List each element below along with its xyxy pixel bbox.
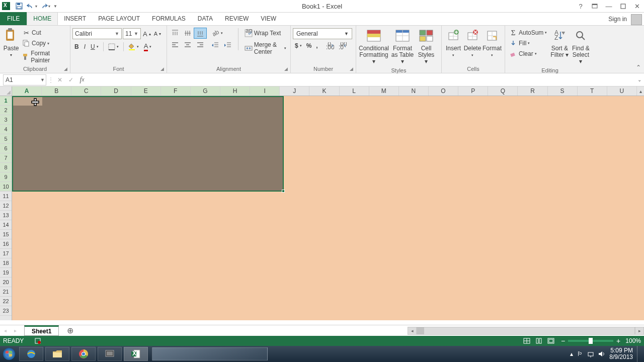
insert-function-button[interactable]: fx — [76, 74, 88, 85]
format-cells-button[interactable]: Format▾ — [482, 27, 502, 58]
minimize-button[interactable]: — — [602, 1, 616, 12]
hscroll-thumb[interactable] — [417, 327, 424, 334]
clear-button[interactable]: Clear▾ — [507, 49, 549, 59]
row-headers[interactable]: 1234567891011121314151617181920212223 — [0, 96, 12, 320]
row-header-2[interactable]: 2 — [0, 106, 12, 115]
row-header-16[interactable]: 16 — [0, 239, 12, 249]
row-header-13[interactable]: 13 — [0, 211, 12, 220]
taskbar-chrome[interactable] — [71, 347, 96, 361]
worksheet-grid[interactable]: ▴ ABCDEFGHIJKLMNOPQRSTU 1234567891011121… — [0, 86, 644, 320]
underline-button[interactable]: U▾ — [89, 42, 101, 51]
row-header-1[interactable]: 1 — [0, 96, 12, 106]
align-middle-button[interactable] — [182, 28, 194, 38]
page-break-view-button[interactable] — [545, 337, 556, 345]
select-all-corner[interactable] — [0, 86, 12, 96]
column-header-J[interactable]: J — [280, 86, 309, 96]
wrap-text-button[interactable]: abWrap Text — [243, 28, 288, 38]
percent-format-button[interactable]: % — [304, 41, 314, 50]
align-top-button[interactable] — [169, 28, 181, 38]
expand-formula-bar-button[interactable]: ⌄ — [635, 77, 644, 82]
row-header-22[interactable]: 22 — [0, 297, 12, 306]
row-header-19[interactable]: 19 — [0, 268, 12, 278]
ribbon-display-options-button[interactable] — [588, 1, 602, 12]
font-dialog-launcher[interactable]: ◢ — [159, 65, 166, 72]
zoom-level[interactable]: 100% — [625, 337, 641, 344]
column-header-K[interactable]: K — [309, 86, 339, 96]
new-sheet-button[interactable]: ⊕ — [65, 325, 75, 336]
tab-home[interactable]: HOME — [27, 12, 58, 25]
taskbar-ie[interactable] — [19, 347, 43, 361]
tab-view[interactable]: VIEW — [255, 12, 282, 25]
row-header-11[interactable]: 11 — [0, 192, 12, 201]
align-bottom-button[interactable] — [194, 28, 206, 38]
column-header-E[interactable]: E — [131, 86, 161, 96]
number-format-combo[interactable]: General▼ — [293, 28, 352, 39]
hscroll-right-button[interactable]: ▸ — [635, 327, 644, 335]
close-button[interactable]: ✕ — [630, 1, 644, 12]
column-header-D[interactable]: D — [101, 86, 131, 96]
accounting-format-button[interactable]: $▾ — [293, 41, 304, 50]
macro-record-icon[interactable] — [34, 337, 42, 345]
row-header-8[interactable]: 8 — [0, 163, 12, 172]
fill-handle[interactable] — [282, 190, 285, 193]
sort-filter-button[interactable]: AZSort & Filter ▾ — [549, 27, 570, 59]
paste-button[interactable]: Paste▾ — [2, 27, 20, 59]
qat-customize-button[interactable]: ▼ — [52, 1, 58, 12]
start-button[interactable] — [0, 346, 18, 362]
tray-show-hidden-icon[interactable]: ▴ — [570, 350, 573, 357]
row-header-10[interactable]: 10 — [0, 182, 12, 192]
row-header-6[interactable]: 6 — [0, 144, 12, 153]
alignment-dialog-launcher[interactable]: ◢ — [283, 65, 289, 72]
row-header-21[interactable]: 21 — [0, 287, 12, 297]
row-header-20[interactable]: 20 — [0, 278, 12, 287]
vscroll-up-button[interactable]: ▴ — [637, 86, 644, 96]
column-header-R[interactable]: R — [518, 86, 547, 96]
column-header-H[interactable]: H — [220, 86, 250, 96]
increase-decimal-button[interactable]: .0.00 — [324, 41, 336, 50]
align-right-button[interactable] — [194, 40, 206, 50]
column-header-C[interactable]: C — [71, 86, 101, 96]
align-center-button[interactable] — [182, 40, 194, 50]
cells-area[interactable] — [12, 96, 637, 320]
format-as-table-button[interactable]: Format as Table ▾ — [389, 27, 416, 66]
font-color-button[interactable]: A▾ — [142, 41, 154, 52]
sheet-nav-first[interactable]: ◂ — [0, 325, 10, 336]
show-desktop-button[interactable] — [637, 346, 641, 362]
decrease-indent-button[interactable] — [209, 40, 221, 50]
sheet-tab-sheet1[interactable]: Sheet1 — [24, 325, 59, 336]
column-header-G[interactable]: G — [191, 86, 220, 96]
merge-center-button[interactable]: Merge & Center▾ — [243, 40, 288, 56]
column-header-S[interactable]: S — [548, 86, 578, 96]
cut-button[interactable]: ✂Cut — [20, 28, 68, 38]
account-picture[interactable] — [631, 14, 642, 25]
zoom-out-button[interactable]: − — [561, 337, 565, 345]
zoom-in-button[interactable]: + — [616, 337, 620, 345]
delete-cells-button[interactable]: Delete▾ — [463, 27, 482, 58]
tab-review[interactable]: REVIEW — [219, 12, 255, 25]
fill-color-button[interactable]: ▾ — [126, 42, 141, 51]
clipboard-dialog-launcher[interactable]: ◢ — [62, 65, 69, 72]
save-button[interactable] — [13, 1, 25, 12]
row-header-4[interactable]: 4 — [0, 125, 12, 134]
tab-file[interactable]: FILE — [0, 12, 27, 25]
row-header-12[interactable]: 12 — [0, 201, 12, 211]
row-header-17[interactable]: 17 — [0, 249, 12, 258]
taskbar-app[interactable] — [98, 347, 122, 361]
sign-in-link[interactable]: Sign in — [604, 13, 631, 25]
column-header-I[interactable]: I — [250, 86, 280, 96]
hscroll-left-button[interactable]: ◂ — [408, 327, 417, 335]
row-header-3[interactable]: 3 — [0, 115, 12, 125]
formula-bar-input[interactable] — [88, 74, 635, 85]
orientation-button[interactable]: ab▾ — [209, 28, 234, 38]
column-header-U[interactable]: U — [607, 86, 637, 96]
tab-page-layout[interactable]: PAGE LAYOUT — [92, 12, 146, 25]
bold-button[interactable]: B — [72, 42, 81, 51]
taskbar-excel[interactable]: X — [124, 347, 148, 361]
font-name-combo[interactable]: Calibri▼ — [72, 28, 122, 39]
hscroll-track[interactable] — [417, 327, 635, 335]
column-header-P[interactable]: P — [458, 86, 488, 96]
align-left-button[interactable] — [169, 40, 181, 50]
borders-button[interactable]: ▾ — [106, 42, 121, 51]
format-painter-button[interactable]: Format Painter — [20, 49, 68, 65]
row-header-23[interactable]: 23 — [0, 306, 12, 316]
